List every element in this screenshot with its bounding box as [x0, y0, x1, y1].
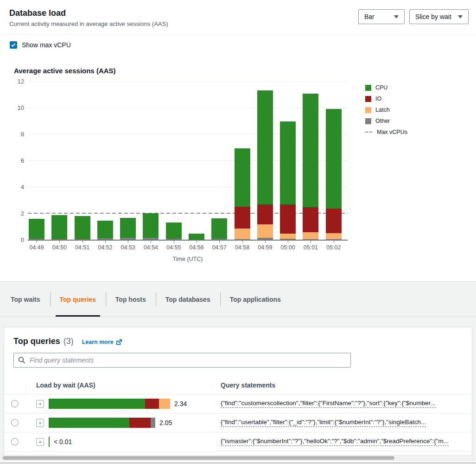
learn-more-label: Learn more: [82, 339, 114, 345]
y-tick-label: 4: [9, 184, 24, 191]
bar-segment-io: [303, 207, 318, 232]
external-link-icon: [116, 339, 122, 345]
bar-segment-other: [29, 239, 44, 240]
load-by-wait-bar: [49, 399, 170, 409]
chart-bar: [143, 213, 159, 240]
tab-top-hosts[interactable]: Top hosts: [106, 282, 156, 317]
bar-segment-cpu: [257, 90, 273, 205]
learn-more-link[interactable]: Learn more: [82, 339, 122, 345]
load-value: 2.05: [159, 419, 172, 426]
x-tick: [151, 241, 151, 243]
chart-type-dropdown[interactable]: Bar: [358, 9, 405, 24]
chart-bar: [235, 148, 250, 240]
expand-row-button[interactable]: +: [36, 419, 44, 427]
legend-item: IO: [365, 95, 407, 102]
scrollbar-thumb[interactable]: [3, 456, 394, 460]
slice-by-dropdown[interactable]: Slice by wait: [409, 9, 469, 24]
legend-swatch: [365, 96, 371, 102]
row-radio-button[interactable]: [11, 419, 19, 426]
slice-by-dropdown-label: Slice by wait: [415, 13, 451, 20]
column-header-load: Load by wait (AAS): [26, 381, 211, 389]
gridline: [28, 134, 348, 134]
chart-bar: [326, 109, 342, 240]
tab-top-queries[interactable]: Top queries: [50, 282, 106, 317]
chevron-down-icon: [394, 15, 399, 19]
chart-bar: [189, 234, 204, 240]
x-tick-label: 05:02: [320, 244, 348, 251]
y-tick-label: 10: [9, 104, 24, 111]
gridline: [28, 108, 348, 108]
bar-segment-latch: [326, 233, 342, 239]
gridline: [28, 187, 348, 187]
bar-segment-io: [257, 204, 273, 224]
bar-segment-other: [303, 239, 318, 240]
bar-segment-latch: [257, 224, 273, 238]
load-value: < 0.01: [54, 438, 72, 445]
bar-segment-cpu: [75, 216, 90, 239]
query-table-body: +2.34{"find":"customerscollection","filt…: [4, 394, 472, 451]
checkmark-icon: [11, 43, 16, 47]
table-row: +< 0.01{"ismaster":{"$numberInt":"?"},"h…: [4, 432, 472, 451]
bar-segment-io: [235, 207, 250, 229]
show-max-vcpu-label: Show max vCPU: [22, 41, 71, 49]
bar-segment-cpu: [235, 148, 250, 206]
chart-bar: [51, 215, 67, 240]
max-vcpus-line: [28, 213, 348, 214]
x-tick: [197, 241, 197, 243]
bar-segment-other: [257, 238, 273, 240]
bar-segment-other: [326, 239, 342, 240]
plot-area: 024681012: [28, 82, 348, 241]
x-tick: [37, 241, 37, 243]
x-tick: [83, 241, 83, 243]
chart-bar: [29, 219, 44, 240]
x-tick: [334, 241, 334, 243]
query-table: Load by wait (AAS) Query statements +2.3…: [4, 376, 472, 451]
load-bar-segment-cpu: [49, 399, 145, 409]
horizontal-scrollbar[interactable]: [1, 455, 475, 461]
chart-bar: [211, 218, 227, 240]
load-value: 2.34: [174, 400, 187, 407]
show-max-vcpu-checkbox[interactable]: [10, 41, 17, 49]
search-input[interactable]: [13, 353, 351, 368]
legend-item: CPU: [365, 84, 407, 91]
expand-row-button[interactable]: +: [36, 400, 44, 408]
row-radio-button[interactable]: [11, 438, 19, 445]
x-tick: [59, 241, 60, 243]
query-statement-link[interactable]: {"find":"usertable","filter":{"_id":"?"}…: [221, 419, 426, 427]
x-tick: [219, 241, 220, 243]
gridline: [28, 160, 348, 161]
expand-row-button[interactable]: +: [36, 438, 44, 446]
bar-segment-other: [280, 239, 296, 240]
chart-type-dropdown-label: Bar: [364, 13, 374, 20]
table-row: +2.05{"find":"usertable","filter":{"_id"…: [4, 413, 472, 432]
legend-item: Max vCPUs: [365, 129, 407, 135]
bar-segment-latch: [235, 229, 250, 239]
x-tick: [128, 241, 128, 243]
top-queries-count: (3): [63, 337, 74, 346]
load-bar-segment-cpu: [49, 437, 50, 447]
tab-top-applications[interactable]: Top applications: [220, 282, 291, 317]
chevron-down-icon: [458, 15, 463, 19]
bar-segment-other: [51, 239, 67, 240]
load-bar-segment-other: [151, 418, 155, 428]
bar-segment-cpu: [120, 218, 136, 238]
query-statement-link[interactable]: {"ismaster":{"$numberInt":"?"},"helloOk"…: [221, 438, 449, 446]
query-statement-link[interactable]: {"find":"customerscollection","filter":{…: [221, 400, 436, 408]
search-icon: [18, 356, 25, 364]
legend-label: Other: [375, 118, 390, 124]
bar-segment-cpu: [303, 94, 318, 207]
row-radio-button[interactable]: [11, 400, 19, 407]
bar-segment-cpu: [326, 109, 342, 209]
bar-segment-cpu: [189, 234, 204, 240]
tab-top-databases[interactable]: Top databases: [156, 282, 220, 317]
chart-bar: [280, 121, 296, 240]
chart-bar: [120, 218, 136, 240]
tab-top-waits[interactable]: Top waits: [1, 282, 50, 317]
y-tick-label: 6: [9, 157, 24, 164]
y-tick-label: 12: [9, 78, 24, 85]
legend-item: Other: [365, 118, 407, 124]
bar-segment-cpu: [143, 213, 159, 238]
bar-segment-cpu: [211, 218, 227, 239]
chart-bar: [303, 94, 318, 240]
legend-swatch: [365, 118, 371, 124]
